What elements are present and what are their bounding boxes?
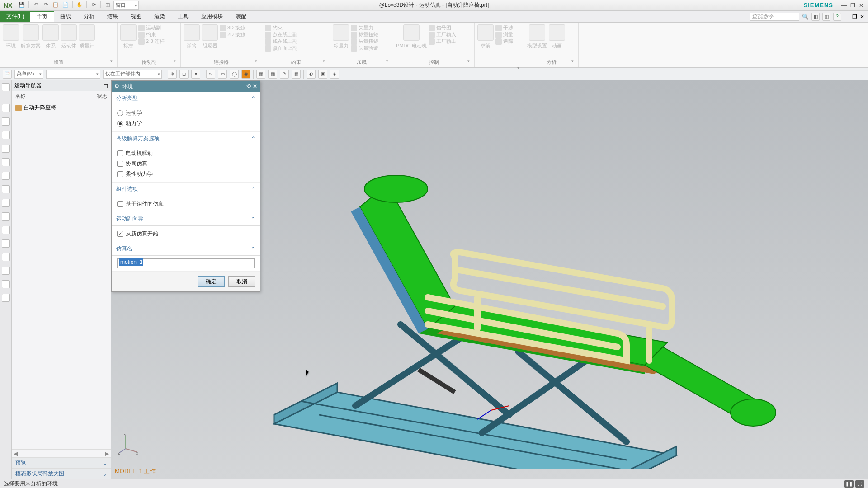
tb2-btn-9[interactable]: ▦: [268, 70, 277, 79]
chevron-down-icon: ⌄: [103, 471, 107, 477]
sb-pause-icon[interactable]: ❚❚: [844, 480, 854, 488]
tab-render[interactable]: 渲染: [148, 11, 171, 22]
tree-root[interactable]: 自动升降座椅: [15, 103, 107, 113]
child-close-icon[interactable]: ✕: [860, 14, 864, 20]
ribbon-group-analysis: 分析: [527, 58, 576, 66]
filter-combo[interactable]: [46, 70, 100, 79]
view-triad: Y X Z: [118, 433, 140, 456]
tb2-btn-10[interactable]: ⟳: [280, 70, 289, 79]
tb2-btn-14[interactable]: ◈: [330, 70, 339, 79]
nav-col-status[interactable]: 状态: [97, 93, 107, 99]
lb-icon-13[interactable]: [2, 267, 10, 275]
lb-icon-3[interactable]: [2, 131, 10, 139]
window-icon[interactable]: ◫: [104, 1, 112, 9]
tab-results[interactable]: 结果: [101, 11, 124, 22]
command-search[interactable]: 查找命令: [750, 13, 799, 21]
tab-home[interactable]: 主页: [30, 11, 54, 22]
dialog-close-icon[interactable]: ✕: [253, 83, 257, 89]
save-icon[interactable]: 💾: [18, 1, 26, 9]
tb2-btn-4[interactable]: ↖: [206, 70, 215, 79]
3d-viewport[interactable]: ⚙ 环境 ⟲ ✕ 分析类型⌃ 运动学 动力学 高级解算方案选项⌃ 电动机驱动 协…: [111, 80, 868, 479]
tb2-btn-3[interactable]: ▾: [191, 70, 200, 79]
lb-icon-12[interactable]: [2, 253, 10, 261]
undo-icon[interactable]: ↶: [32, 1, 40, 9]
search-icon[interactable]: 🔍: [802, 14, 809, 20]
ribbon-group-setup: 设置: [3, 58, 114, 66]
lb-gear-icon[interactable]: [2, 83, 10, 91]
copy-icon[interactable]: 📋: [52, 1, 60, 9]
child-restore-icon[interactable]: ❐: [852, 14, 857, 20]
child-minimize-icon[interactable]: —: [844, 14, 849, 20]
file-menu[interactable]: 文件(F): [0, 11, 30, 22]
svg-line-26: [126, 449, 137, 452]
tab-assembly[interactable]: 装配: [229, 11, 253, 22]
refresh-icon[interactable]: ⟳: [90, 1, 98, 9]
navigator-dock-icon[interactable]: ◻: [104, 83, 108, 89]
window-title: @Love3D设计 - 运动仿真 - [自动升降座椅.prt]: [379, 1, 489, 9]
lb-icon-1[interactable]: [2, 104, 10, 112]
tab-appmodule[interactable]: 应用模块: [195, 11, 229, 22]
3d-model: [184, 99, 816, 469]
paste-icon[interactable]: 📄: [61, 1, 70, 9]
menu-bar: 文件(F) 主页 曲线 分析 结果 视图 渲染 工具 应用模块 装配 查找命令 …: [0, 11, 868, 23]
icon-btn-1[interactable]: ◧: [811, 13, 820, 21]
nav-mode[interactable]: 模态形状局部放大图⌄: [12, 468, 111, 479]
minimize-icon[interactable]: —: [841, 2, 847, 9]
assembly-icon: [15, 105, 22, 111]
tb2-btn-7[interactable]: ◉: [241, 70, 250, 79]
svg-text:Z: Z: [118, 451, 120, 455]
lb-icon-5[interactable]: [2, 158, 10, 166]
redo-icon[interactable]: ↷: [42, 1, 50, 9]
lb-icon-4[interactable]: [2, 145, 10, 153]
touch-icon[interactable]: ✋: [75, 1, 84, 9]
scroll-left-icon[interactable]: ◀: [14, 450, 18, 457]
tb2-btn-8[interactable]: ▦: [256, 70, 265, 79]
sb-full-icon[interactable]: ⛶: [855, 480, 864, 488]
siemens-brand: SIEMENS: [800, 2, 837, 9]
lb-icon-11[interactable]: [2, 239, 10, 248]
svg-line-27: [119, 449, 126, 453]
ribbon-group-connector: 连接器: [184, 58, 259, 66]
help-icon[interactable]: ?: [833, 13, 841, 21]
tb2-btn-12[interactable]: ◐: [307, 70, 316, 79]
nav-preview[interactable]: 预览⌄: [12, 457, 111, 468]
ribbon-group-solve: [477, 65, 521, 66]
tb2-btn-13[interactable]: ▣: [318, 70, 327, 79]
tb2-btn-2[interactable]: ◻: [179, 70, 189, 79]
lb-icon-8[interactable]: [2, 199, 10, 207]
close-icon[interactable]: ✕: [859, 2, 863, 9]
tb2-btn-11[interactable]: ▦: [292, 70, 301, 79]
lb-icon-15[interactable]: [2, 294, 10, 302]
lb-icon-14[interactable]: [2, 280, 10, 288]
scroll-right-icon[interactable]: ▶: [105, 450, 109, 457]
ribbon: 环境 解算方案 体系 运动体 质量计 设置 标志 运动副 约束 2-3 连杆 传…: [0, 23, 868, 68]
tb2-btn-1[interactable]: ⊕: [168, 70, 177, 79]
lb-icon-6[interactable]: [2, 172, 10, 180]
selection-toolbar: 📑 菜单(M) 仅在工作部件内 ⊕ ◻ ▾ ↖ ▭ ◯ ◉ ▦ ▦ ⟳ ▦ ◐ …: [0, 68, 868, 80]
nx-logo: NX: [0, 2, 16, 9]
svg-line-24: [477, 410, 491, 419]
lb-icon-9[interactable]: [2, 212, 10, 221]
status-bar: 选择要用来分析的环境 ❚❚ ⛶: [0, 479, 868, 488]
left-resource-bar: [0, 80, 12, 479]
lb-icon-2[interactable]: [2, 117, 10, 126]
lb-icon-10[interactable]: [2, 226, 10, 234]
window-dropdown[interactable]: 窗口: [113, 1, 139, 10]
restore-icon[interactable]: ❐: [850, 2, 855, 9]
lb-icon-7[interactable]: [2, 185, 10, 193]
tb2-btn-6[interactable]: ◯: [230, 70, 239, 79]
scope-combo[interactable]: 仅在工作部件内: [103, 70, 162, 79]
svg-text:X: X: [136, 451, 138, 455]
chevron-down-icon: ⌄: [103, 460, 107, 466]
ribbon-group-joint: 传动副: [120, 58, 178, 66]
tab-view[interactable]: 视图: [124, 11, 148, 22]
nav-col-name[interactable]: 名称: [15, 93, 25, 99]
tab-curve[interactable]: 曲线: [54, 11, 77, 22]
tab-analysis[interactable]: 分析: [77, 11, 101, 22]
dialog-reset-icon[interactable]: ⟲: [246, 83, 251, 89]
tb2-btn-5[interactable]: ▭: [218, 70, 227, 79]
tab-tools[interactable]: 工具: [171, 11, 195, 22]
icon-btn-2[interactable]: ◫: [822, 13, 830, 21]
menu-combo[interactable]: 菜单(M): [14, 70, 43, 79]
menu-button[interactable]: 📑: [3, 70, 12, 79]
